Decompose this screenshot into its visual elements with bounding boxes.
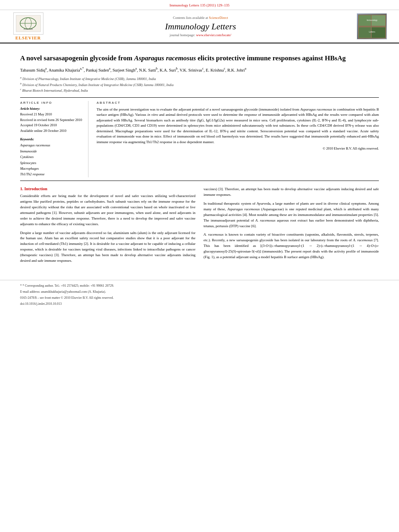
homepage-line: journal homepage: www.elsevier.com/locat… <box>44 33 357 37</box>
homepage-url[interactable]: www.elsevier.com/locate/ <box>196 33 231 37</box>
keyword-4: Splenocytes <box>20 160 83 166</box>
received-date: Received 21 May 2010 <box>20 112 83 117</box>
article-history: Article history: Received 21 May 2010 Re… <box>20 107 83 134</box>
right-para-1: vaccines) [3]. Therefore, an attempt has… <box>204 187 379 198</box>
svg-text:Letters: Letters <box>369 31 375 33</box>
contents-label: Contents lists available at <box>173 16 208 20</box>
right-para-2: In traditional therapeutic system of Ayu… <box>204 201 379 229</box>
journal-thumbnail: Immunology Letters <box>357 13 387 39</box>
intro-para-1: Considerable efforts are being made for … <box>20 193 195 227</box>
abstract-text: The aim of the present investigation was… <box>97 107 379 145</box>
authors-line: Tabasum Sidiqa, Anamika Khajuriaa,*, Pan… <box>20 66 379 73</box>
received-revised: Received in revised form 26 September 20… <box>20 117 83 123</box>
affiliation-c: c Bharat Biotech International, Hyderaba… <box>20 87 379 93</box>
footer-note: * * Corresponding author. Tel.: +91 2574… <box>20 283 379 306</box>
keyword-3: Cytokines <box>20 154 83 160</box>
affiliations: a Division of Pharmacology, Indian Insti… <box>20 76 379 93</box>
divider-mid <box>20 181 379 181</box>
journal-thumb-svg: Immunology Letters <box>358 14 386 39</box>
intro-para-2: Despite a large number of vaccine adjuva… <box>20 230 195 264</box>
intro-heading: 1. Introduction <box>20 187 195 191</box>
elsevier-logo: ELSEVIER ELSEVIER <box>12 12 44 40</box>
keyword-6: Th1/Th2 response <box>20 171 83 177</box>
keywords-section: Keywords: Asparagus racemosus Immunoside… <box>20 138 83 177</box>
history-label: Article history: <box>20 107 83 111</box>
available-online: Available online 28 October 2010 <box>20 128 83 134</box>
footer: * * Corresponding author. Tel.: +91 2574… <box>0 280 399 310</box>
copyright-line: © 2010 Elsevier B.V. All rights reserved… <box>97 146 379 150</box>
abstract-section: ABSTRACT The aim of the present investig… <box>97 101 379 177</box>
sciencedirect-link[interactable]: ScienceDirect <box>209 16 228 20</box>
main-content: A novel sarsasapogenin glycoside from As… <box>0 43 399 272</box>
keyword-1: Asparagus racemosus <box>20 142 83 148</box>
keyword-5: Macrophages <box>20 166 83 171</box>
keywords-label: Keywords: <box>20 138 83 141</box>
col-right: vaccines) [3]. Therefore, an attempt has… <box>204 187 379 267</box>
journal-header: Immunology Letters 135 (2011) 129–135 <box>0 0 399 10</box>
article-info-title: ARTICLE INFO <box>20 101 83 105</box>
page: Immunology Letters 135 (2011) 129–135 EL… <box>0 0 399 532</box>
divider-top <box>20 97 379 98</box>
affiliation-a: a Division of Pharmacology, Indian Insti… <box>20 76 379 82</box>
article-title: A novel sarsasapogenin glycoside from As… <box>20 54 379 63</box>
article-info-panel: ARTICLE INFO Article history: Received 2… <box>20 101 88 177</box>
header-content: ELSEVIER ELSEVIER Contents lists availab… <box>0 10 399 43</box>
footnote-issn: 0165-2478/$ – see front matter © 2010 El… <box>20 296 379 301</box>
elsevier-logo-box: ELSEVIER <box>13 12 43 35</box>
accepted-date: Accepted 19 October 2010 <box>20 123 83 128</box>
footnote-doi: doi:10.1016/j.imlet.2010.10.013 <box>20 302 379 307</box>
svg-text:ELSEVIER: ELSEVIER <box>23 28 32 30</box>
journal-name: Immunology Letters <box>44 21 357 32</box>
homepage-label: journal homepage: <box>170 33 195 37</box>
affiliation-b: b Division of Natural Products Chemistry… <box>20 82 379 88</box>
journal-center: Contents lists available at ScienceDirec… <box>44 16 357 37</box>
abstract-title: ABSTRACT <box>97 101 379 105</box>
elsevier-logo-svg: ELSEVIER <box>15 14 41 33</box>
footnote-email: E-mail address: anamikhakhajuria@yahooma… <box>20 290 379 295</box>
elsevier-text: ELSEVIER <box>15 35 41 40</box>
keyword-2: Immunoside <box>20 148 83 154</box>
article-body: ARTICLE INFO Article history: Received 2… <box>20 101 379 177</box>
two-col-body: 1. Introduction Considerable efforts are… <box>20 187 379 267</box>
contents-line: Contents lists available at ScienceDirec… <box>44 16 357 20</box>
svg-text:Immunology: Immunology <box>366 19 378 21</box>
footnote-star: * * Corresponding author. Tel.: +91 2574… <box>20 283 379 289</box>
journal-doi-line: Immunology Letters 135 (2011) 129–135 <box>0 3 399 7</box>
right-para-3: A. racemosus is known to contain variety… <box>204 232 379 260</box>
col-left: 1. Introduction Considerable efforts are… <box>20 187 195 267</box>
